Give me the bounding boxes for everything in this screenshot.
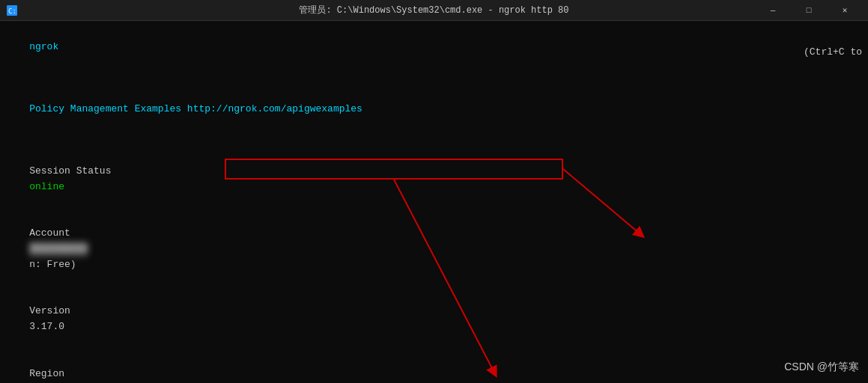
cmd-icon: C: — [6, 4, 18, 16]
region-line: Region Asia Pacific (ap) — [6, 351, 862, 383]
region-label: Region — [29, 367, 134, 382]
maximize-button[interactable]: □ — [792, 0, 826, 21]
version-label: Version — [29, 304, 134, 319]
account-label: Account — [29, 226, 134, 242]
version-value: 3.17.0 — [29, 321, 64, 332]
window-controls[interactable]: — □ ✕ — [756, 0, 862, 21]
version-line: Version 3.17.0 — [6, 289, 862, 351]
svg-text:C:: C: — [8, 7, 16, 15]
policy-text: Policy Management Examples http://ngrok.… — [29, 103, 362, 114]
account-line: Account ██████████ n: Free) — [6, 211, 862, 289]
account-suffix: n: Free) — [29, 259, 76, 270]
app-name: ngrok — [29, 41, 58, 52]
session-status-value: online — [29, 181, 64, 192]
ctrl-c-hint: (Ctrl+C to — [804, 46, 862, 58]
session-status-line: Session Status online — [6, 148, 862, 210]
account-blurred: ██████████ — [29, 242, 88, 257]
policy-line: Policy Management Examples http://ngrok.… — [6, 86, 862, 132]
top-hint-text: (Ctrl+C to — [804, 46, 862, 58]
minimize-button[interactable]: — — [756, 0, 790, 21]
window-title: 管理员: C:\Windows\System32\cmd.exe - ngrok… — [299, 4, 568, 16]
terminal-content: ngrok Policy Management Examples http://… — [0, 21, 868, 383]
app-name-line: ngrok — [6, 24, 862, 70]
empty-line-2 — [6, 133, 862, 149]
titlebar: C: 管理员: C:\Windows\System32\cmd.exe - ng… — [0, 0, 868, 21]
empty-line-1 — [6, 70, 862, 86]
close-button[interactable]: ✕ — [828, 0, 862, 21]
session-status-label: Session Status — [29, 164, 134, 180]
watermark: CSDN @竹等寒 — [784, 361, 859, 374]
